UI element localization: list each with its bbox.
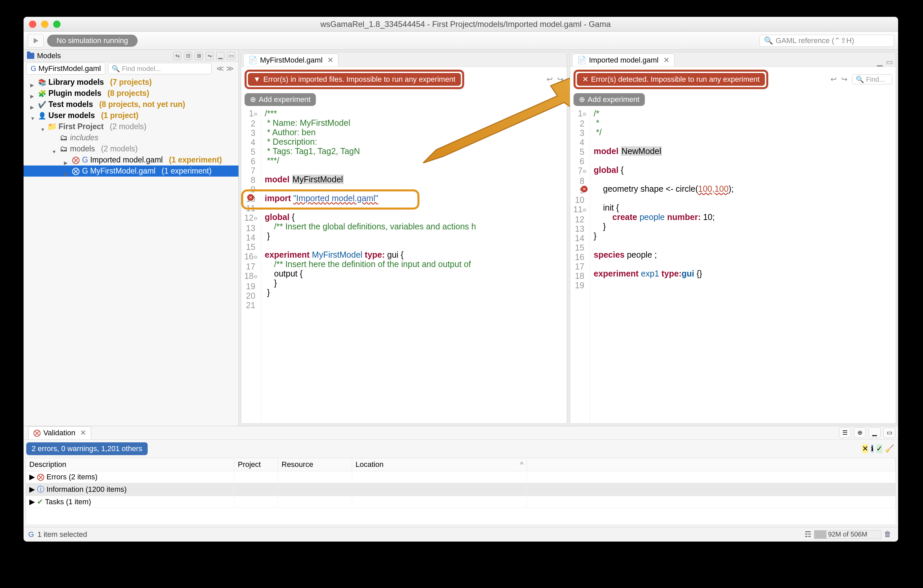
toggle-icon[interactable]: ⇆ [173, 52, 181, 60]
models-panel-header: Models ⇆ ⊟ ⊞ ⇋ ▁ ▭ [23, 50, 238, 62]
nav-fwd-icon[interactable]: ↪︎ [557, 75, 563, 84]
window-close-button[interactable] [29, 21, 36, 28]
error-marker-icon[interactable]: ✕ [247, 194, 254, 201]
collapse-icon[interactable]: ⊟ [184, 52, 192, 60]
table-row[interactable]: ▶ ⨂ Errors (2 items) [26, 471, 896, 483]
gc-trash-icon[interactable]: 🗑 [884, 530, 893, 539]
error-banner-highlight: ✕ Error(s) detected. Impossible to run a… [573, 70, 768, 89]
link-icon[interactable]: ⇋ [205, 52, 214, 60]
minimize-panel-icon[interactable]: ▁ [216, 52, 224, 60]
minimize-editor-icon[interactable]: ▁ [877, 58, 883, 67]
tree-item-first-project[interactable]: 📁 First Project (2 models) [23, 121, 238, 132]
tree-item-plugin[interactable]: 🧩 Plugin models (8 projects) [23, 88, 238, 99]
add-experiment-row: ⊕ Add experiment [570, 92, 896, 107]
tree-item-test[interactable]: ✔️ Test models (8 projects, not yet run) [23, 99, 238, 110]
menu-icon[interactable]: ▭ [227, 52, 235, 60]
gaml-file-icon: G [82, 155, 88, 164]
tree-item-user[interactable]: 👤 User models (1 project) [23, 110, 238, 121]
gaml-file-icon: 📄 [248, 56, 257, 64]
gaml-reference-search[interactable]: 🔍 GAML reference (⌃⇧H) [760, 34, 894, 47]
expand-icon[interactable] [30, 80, 36, 85]
maximize-icon[interactable]: ▭ [883, 427, 895, 438]
svg-marker-0 [34, 38, 38, 43]
panel-toolbar-icons: ⇆ ⊟ ⊞ ⇋ ▁ ▭ [173, 52, 235, 60]
warnings-toggle-button[interactable]: ✕ [862, 444, 868, 453]
editor-tab-imported[interactable]: 📄 Imported model.gaml ✕ [572, 54, 674, 67]
collapse-icon[interactable] [40, 124, 46, 130]
line-gutter: 1⊖2 3 4 5 6 7 8 9 ✕10 11 12⊖13 14 15 16⊖… [241, 107, 261, 424]
expand-icon[interactable]: ⊞ [195, 52, 203, 60]
models-tree: 📚 Library models (7 projects) 🧩 Plugin m… [23, 76, 238, 426]
gaml-file-icon: G [28, 530, 34, 539]
run-button[interactable] [28, 34, 44, 48]
plus-icon: ⊕ [250, 95, 256, 104]
main-toolbar: No simulation running 🔍 GAML reference (… [23, 31, 898, 50]
add-experiment-button[interactable]: ⊕ Add experiment [573, 93, 645, 106]
models-panel: Models ⇆ ⊟ ⊞ ⇋ ▁ ▭ G MyFirstModel.gaml 🔍… [23, 50, 239, 426]
expand-icon[interactable] [64, 169, 69, 174]
error-banner-highlight: ▼ Error(s) in imported files. Impossible… [245, 70, 464, 89]
find-input[interactable]: 🔍 Find... [852, 74, 892, 84]
breadcrumb[interactable]: G MyFirstModel.gaml [26, 62, 105, 75]
tasks-toggle-button[interactable]: ✓ [876, 444, 882, 453]
plugin-icon: 🧩 [38, 90, 46, 97]
clear-button[interactable]: 🧹 [885, 444, 894, 453]
code-content[interactable]: /* * */ model NewModel global { geometry… [590, 107, 896, 424]
close-tab-icon[interactable]: ✕ [664, 56, 669, 64]
code-editor[interactable]: 1⊖2 3 4 5 6 7⊖8 ✕9 10 11⊖12 13 14 15 16 … [570, 107, 896, 424]
close-icon: ✕ [582, 75, 588, 84]
validation-panel: ⨂ Validation ✕ ☰ ⊕ ▁ ▭ 2 errors, 0 warni… [23, 426, 898, 527]
gaml-file-icon: 📄 [577, 56, 586, 64]
code-editor[interactable]: 1⊖2 3 4 5 6 7 8 9 ✕10 11 12⊖13 14 15 16⊖… [241, 107, 567, 424]
validation-tab[interactable]: ⨂ Validation ✕ [28, 426, 91, 439]
collapse-icon[interactable] [30, 113, 36, 118]
col-description[interactable]: Description [26, 458, 235, 471]
maximize-editor-icon[interactable]: ▭ [886, 58, 893, 67]
window-title: wsGamaRel_1.8_334544454 - First Project/… [38, 20, 893, 29]
tree-item-myfirstmodel[interactable]: ⨂ G MyFirstModel.gaml (1 experiment) [23, 166, 238, 177]
focus-icon[interactable]: ⊕ [854, 427, 866, 438]
validation-toolbar: ☰ ⊕ ▁ ▭ [839, 427, 895, 439]
minimize-icon[interactable]: ▁ [869, 427, 880, 438]
nav-arrows[interactable]: ≪ ≫ [214, 64, 236, 73]
status-text: 1 item selected [37, 530, 87, 539]
table-row[interactable]: ▶ ✔ Tasks (1 item) [26, 496, 896, 508]
error-marker-icon[interactable]: ✕ [581, 186, 588, 192]
col-resource[interactable]: Resource [278, 458, 352, 471]
info-icon: ⓘ [37, 485, 44, 493]
col-project[interactable]: Project [235, 458, 278, 471]
tree-item-includes[interactable]: 🗂 includes [23, 132, 238, 143]
info-toggle-button[interactable]: ℹ [871, 444, 874, 453]
expand-icon[interactable] [30, 91, 36, 96]
editor-imported-model: 📄 Imported model.gaml ✕ ▁ ▭ ✕ Error(s) d… [570, 52, 896, 424]
folder-icon [27, 53, 34, 59]
nav-back-icon[interactable]: ↩︎ [547, 75, 553, 84]
expand-icon[interactable] [64, 158, 69, 163]
titlebar: wsGamaRel_1.8_334544454 - First Project/… [23, 17, 898, 31]
add-experiment-button[interactable]: ⊕ Add experiment [245, 93, 316, 106]
close-tab-icon[interactable]: ✕ [80, 429, 86, 437]
nav-fwd-icon[interactable]: ↪︎ [841, 75, 847, 84]
folder-icon: 🗂 [59, 145, 68, 153]
content-area: Models ⇆ ⊟ ⊞ ⇋ ▁ ▭ G MyFirstModel.gaml 🔍… [23, 50, 898, 426]
tree-item-imported-model[interactable]: ⨂ G Imported model.gaml (1 experiment) [23, 154, 238, 166]
table-row[interactable]: ▶ ⓘ Information (1200 items) [26, 483, 896, 496]
editor-tab-myfirstmodel[interactable]: 📄 MyFirstModel.gaml ✕ [243, 54, 338, 67]
memory-bar: 92M of 506M [814, 530, 881, 539]
code-content[interactable]: /*** * Name: MyFirstModel * Author: ben … [261, 107, 567, 424]
error-banner[interactable]: ▼ Error(s) in imported files. Impossible… [248, 73, 461, 86]
error-banner[interactable]: ✕ Error(s) detected. Impossible to run a… [577, 73, 765, 86]
memory-indicator[interactable]: ☶ 92M of 506M 🗑 [805, 530, 893, 539]
close-tab-icon[interactable]: ✕ [327, 56, 333, 64]
filter-icon[interactable]: ☰ [839, 427, 851, 438]
validation-table[interactable]: Description Project Resource Location ^ … [26, 458, 896, 525]
nav-back-icon[interactable]: ↩︎ [831, 75, 836, 84]
app-window: wsGamaRel_1.8_334544454 - First Project/… [23, 17, 898, 542]
expand-icon[interactable] [30, 102, 36, 107]
search-icon: 🔍 [764, 36, 773, 45]
tree-item-models-folder[interactable]: 🗂 models (2 models) [23, 143, 238, 154]
find-model-input[interactable]: 🔍 Find model... [108, 63, 212, 74]
tree-item-library[interactable]: 📚 Library models (7 projects) [23, 77, 238, 88]
col-location[interactable]: Location ^ [352, 458, 527, 471]
collapse-icon[interactable] [52, 146, 57, 152]
